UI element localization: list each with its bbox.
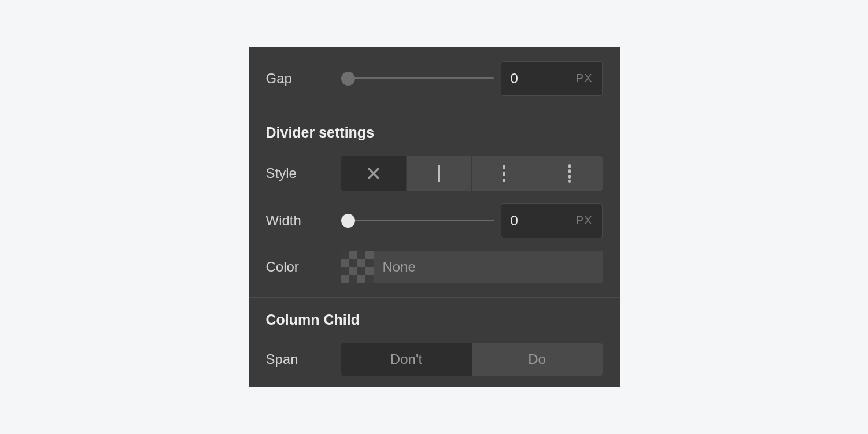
span-option-do[interactable]: Do: [472, 343, 603, 376]
color-label: Color: [266, 259, 341, 275]
style-segmented: [341, 156, 603, 191]
column-child-title: Column Child: [266, 311, 603, 328]
width-input[interactable]: 0 PX: [501, 203, 603, 238]
color-value: None: [374, 259, 416, 275]
dashed-line-icon: [502, 164, 507, 183]
style-option-dotted[interactable]: [537, 156, 602, 191]
style-label: Style: [266, 165, 341, 181]
divider-title: Divider settings: [266, 124, 603, 141]
x-icon: [367, 167, 380, 180]
color-swatch[interactable]: [341, 251, 374, 283]
gap-row: Gap 0 PX: [266, 61, 603, 96]
slider-track: [341, 77, 494, 79]
style-option-dashed[interactable]: [472, 156, 537, 191]
span-option-dont[interactable]: Don't: [341, 343, 472, 376]
width-value: 0: [511, 213, 518, 229]
settings-panel: Gap 0 PX Divider settings Style: [249, 47, 620, 387]
column-child-section: Column Child Span Don't Do: [249, 297, 620, 387]
width-slider[interactable]: [341, 214, 494, 228]
width-controls: 0 PX: [341, 203, 603, 238]
slider-track: [341, 220, 494, 221]
style-option-none[interactable]: [341, 156, 407, 191]
width-row: Width 0 PX: [266, 203, 603, 238]
style-controls: [341, 156, 603, 191]
gap-slider[interactable]: [341, 72, 494, 86]
span-controls: Don't Do: [341, 343, 603, 376]
span-toggle: Don't Do: [341, 343, 603, 376]
gap-value: 0: [511, 71, 518, 87]
style-row: Style: [266, 156, 603, 191]
width-label: Width: [266, 213, 341, 229]
style-option-solid[interactable]: [407, 156, 472, 191]
color-controls: None: [341, 251, 603, 283]
solid-line-icon: [437, 164, 441, 183]
divider-section: Divider settings Style: [249, 110, 620, 297]
gap-label: Gap: [266, 71, 341, 87]
span-label: Span: [266, 351, 341, 368]
slider-thumb[interactable]: [341, 214, 355, 228]
span-row: Span Don't Do: [266, 343, 603, 376]
gap-input[interactable]: 0 PX: [501, 61, 603, 96]
slider-thumb[interactable]: [341, 72, 355, 86]
color-picker[interactable]: None: [341, 251, 603, 283]
gap-controls: 0 PX: [341, 61, 603, 96]
gap-unit: PX: [576, 72, 593, 85]
dotted-line-icon: [567, 164, 572, 183]
gap-section: Gap 0 PX: [249, 47, 620, 110]
width-unit: PX: [576, 214, 593, 227]
color-row: Color None: [266, 251, 603, 283]
